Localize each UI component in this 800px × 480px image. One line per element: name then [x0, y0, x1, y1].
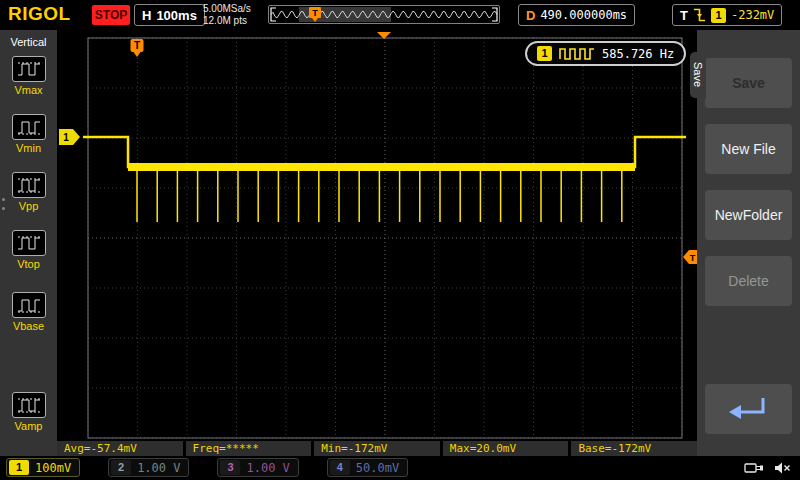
trigger-source-badge: 1 [711, 8, 726, 23]
measurement-min: Min=-172mV [314, 441, 440, 456]
menu-tab-save[interactable]: Save [690, 52, 706, 98]
vmin-icon [12, 114, 46, 140]
return-arrow-icon [727, 395, 771, 423]
frequency-counter: 1 585.726 Hz [525, 41, 686, 66]
svg-text:1: 1 [63, 132, 69, 143]
sidebar-item-vpp[interactable]: Vpp [0, 172, 57, 212]
vpp-icon [12, 172, 46, 198]
trigger-level-value: -232mV [731, 8, 774, 22]
vamp-icon [12, 392, 46, 418]
channel-4-scale: 50.0mV [356, 461, 399, 475]
rigol-logo: RIGOL [8, 3, 71, 25]
pulse-train-icon [559, 47, 595, 60]
menu-button-new-file[interactable]: New File [705, 124, 792, 174]
channel-4-status[interactable]: 450.0mV [327, 458, 408, 477]
horizontal-label: H [142, 8, 151, 23]
timebase-value: 100ms [156, 8, 196, 23]
svg-text:T: T [134, 40, 140, 51]
menu-button-newfolder[interactable]: NewFolder [705, 190, 792, 240]
measurement-results-bar: Avg=-57.4mVFreq=*****Min=-172mVMax=20.0m… [57, 441, 697, 456]
top-status-bar: RIGOL STOP H 100ms 5.00MSa/s 12.0M pts T… [0, 0, 800, 30]
vmax-icon [12, 56, 46, 82]
scrollbar-indicator [2, 198, 5, 201]
sidebar-item-label: Vmin [16, 142, 41, 154]
sidebar-item-label: Vmax [14, 84, 42, 96]
sidebar-item-vbase[interactable]: Vbase [0, 292, 57, 332]
run-state-badge: STOP [92, 5, 130, 25]
channel-1-scale: 100mV [35, 461, 71, 475]
vbase-icon [12, 292, 46, 318]
waveform-canvas: 1TT [57, 30, 697, 440]
oscilloscope-screen: RIGOL STOP H 100ms 5.00MSa/s 12.0M pts T… [0, 0, 800, 480]
trigger-label: T [680, 8, 688, 23]
sample-rate: 5.00MSa/s [203, 3, 251, 15]
measurement-freq: Freq=***** [186, 441, 312, 456]
waveform-display: 1TT 1 585.726 Hz [57, 30, 697, 440]
measurement-avg: Avg=-57.4mV [57, 441, 183, 456]
svg-text:T: T [690, 253, 696, 263]
freq-counter-channel-badge: 1 [537, 46, 552, 61]
speaker-muted-icon[interactable] [774, 461, 792, 475]
delay-readout[interactable]: D 490.000000ms [518, 4, 635, 26]
sidebar-item-label: Vpp [19, 200, 39, 212]
channel-4-badge: 4 [330, 460, 350, 475]
delay-label: D [526, 8, 535, 23]
svg-text:T: T [312, 8, 318, 18]
channel-1-status[interactable]: 1100mV [6, 458, 80, 477]
usb-icon [744, 461, 764, 475]
delay-value: 490.000000ms [540, 8, 627, 22]
channel-3-status[interactable]: 31.00 V [217, 458, 298, 477]
trigger-readout[interactable]: T 1 -232mV [672, 4, 782, 26]
sidebar-item-vamp[interactable]: Vamp [0, 392, 57, 432]
sidebar-item-label: Vamp [15, 420, 43, 432]
sidebar-item-vmax[interactable]: Vmax [0, 56, 57, 96]
channel-2-status[interactable]: 21.00 V [108, 458, 189, 477]
horizontal-readout[interactable]: H 100ms [134, 4, 205, 26]
channel-1-level-marker [59, 129, 80, 145]
sidebar-item-vmin[interactable]: Vmin [0, 114, 57, 154]
frequency-value: 585.726 Hz [602, 47, 674, 61]
menu-button-return[interactable] [705, 384, 792, 434]
channel-3-scale: 1.00 V [246, 461, 289, 475]
memory-position-bar[interactable]: T [268, 5, 500, 24]
measurement-max: Max=20.0mV [443, 441, 569, 456]
softkey-menu: SaveNew FileNewFolderDelete [697, 30, 800, 456]
sidebar-item-label: Vbase [13, 320, 44, 332]
measure-sidebar: Vertical VmaxVminVppVtopVbaseVamp [0, 30, 57, 456]
acquisition-info: 5.00MSa/s 12.0M pts [203, 3, 251, 27]
menu-button-save: Save [705, 58, 792, 108]
sidebar-item-label: Vtop [17, 258, 40, 270]
channel-2-scale: 1.00 V [137, 461, 180, 475]
measurement-base: Base=-172mV [571, 441, 697, 456]
sidebar-title: Vertical [0, 30, 57, 48]
channel-status-bar: 1100mV21.00 V31.00 V450.0mV [0, 456, 800, 480]
channel-1-badge: 1 [9, 460, 29, 475]
vtop-icon [12, 230, 46, 256]
memory-depth: 12.0M pts [203, 15, 251, 27]
channel-2-badge: 2 [111, 460, 131, 475]
falling-edge-icon [693, 7, 706, 23]
scrollbar-indicator [2, 207, 5, 210]
menu-button-delete: Delete [705, 256, 792, 306]
channel-3-badge: 3 [220, 460, 240, 475]
sidebar-item-vtop[interactable]: Vtop [0, 230, 57, 270]
